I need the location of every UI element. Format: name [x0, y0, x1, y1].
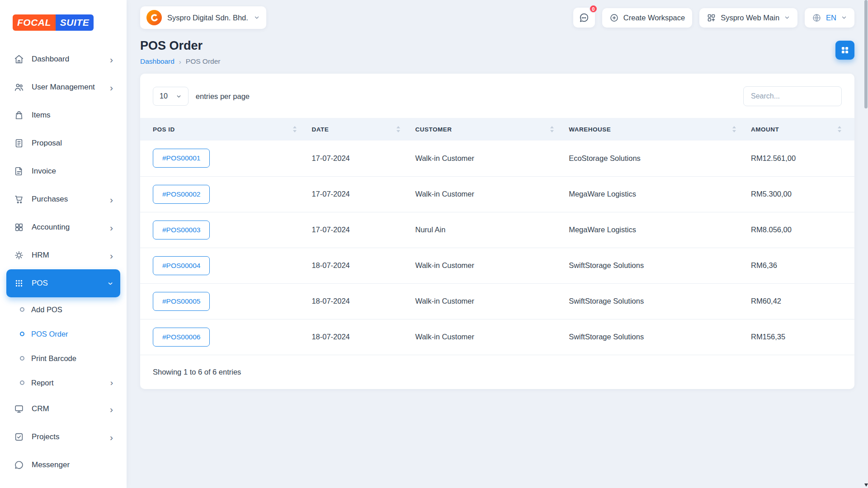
pos-order-table: POS ID DATE CUSTOMER WAREHOUSE AMOUNT #P…: [140, 118, 854, 355]
invoice-icon: [14, 166, 24, 177]
sidebar-subitem-pos-order[interactable]: POS Order: [6, 322, 120, 346]
cell-warehouse: SwiftStorage Solutions: [561, 283, 744, 319]
chevron-right-icon: ›: [110, 83, 113, 92]
sidebar-item-label: Dashboard: [32, 55, 69, 64]
top-bar: Syspro Digital Sdn. Bhd. 0 Create Work: [127, 0, 868, 35]
workspace-name: Syspro Web Main: [721, 14, 779, 22]
sidebar-item-help-desk[interactable]: Help Desk: [6, 479, 120, 488]
top-right-actions: 0 Create Workspace Syspro Web Main: [573, 8, 854, 28]
sidebar-item-label: Items: [32, 111, 51, 120]
chat-icon: [579, 13, 589, 23]
entries-per-page: 10 entries per page: [153, 87, 250, 106]
pos-order-card: 10 entries per page POS ID DATE: [140, 74, 854, 389]
cell-date: 17-07-2024: [304, 212, 408, 248]
sidebar-subitem-print-barcode[interactable]: Print Barcode: [6, 346, 120, 371]
pos-id-button[interactable]: #POS00005: [153, 292, 210, 311]
table-row: #POS00004 18-07-2024 Walk-in Customer Sw…: [140, 248, 854, 283]
create-workspace-label: Create Workspace: [623, 14, 685, 22]
chevron-down-icon: [176, 94, 182, 99]
column-label: POS ID: [153, 126, 175, 133]
sidebar-item-hrm[interactable]: HRM ›: [6, 241, 120, 269]
chevron-right-icon: ›: [110, 195, 113, 204]
sidebar-item-dashboard[interactable]: Dashboard ›: [6, 45, 120, 73]
sort-icon[interactable]: [292, 126, 297, 133]
layout-grid-button[interactable]: [835, 41, 854, 60]
chat-icon: [14, 460, 24, 470]
scrollbar-down-arrow-icon[interactable]: [864, 483, 868, 487]
cell-amount: RM60,42: [744, 283, 854, 319]
sort-icon[interactable]: [550, 126, 554, 133]
chevron-right-icon: ›: [110, 432, 113, 442]
sidebar-item-user-management[interactable]: User Management ›: [6, 73, 120, 101]
page-title-block: POS Order Dashboard › POS Order: [140, 39, 221, 66]
page-header: POS Order Dashboard › POS Order: [127, 35, 868, 66]
sidebar-item-projects[interactable]: Projects ›: [6, 423, 120, 451]
scrollbar[interactable]: [864, 0, 868, 488]
sidebar-item-proposal[interactable]: Proposal: [6, 129, 120, 157]
sidebar-item-purchases[interactable]: Purchases ›: [6, 185, 120, 213]
sidebar-item-messenger[interactable]: Messenger: [6, 451, 120, 479]
search-input[interactable]: [743, 86, 842, 106]
column-header-pos-id[interactable]: POS ID: [140, 118, 304, 141]
workspace-selector[interactable]: Syspro Web Main: [699, 8, 797, 28]
company-selector[interactable]: Syspro Digital Sdn. Bhd.: [140, 6, 266, 29]
pos-id-button[interactable]: #POS00002: [153, 185, 210, 204]
breadcrumb: Dashboard › POS Order: [140, 57, 221, 66]
messages-button[interactable]: 0: [573, 8, 595, 28]
sidebar-item-label: Purchases: [32, 195, 68, 204]
bullet-icon: [20, 307, 24, 312]
brand-logo-suite: SUITE: [56, 14, 94, 31]
sidebar-item-invoice[interactable]: Invoice: [6, 157, 120, 185]
column-label: AMOUNT: [751, 126, 779, 133]
cell-warehouse: SwiftStorage Solutions: [561, 319, 744, 355]
table-row: #POS00003 17-07-2024 Nurul Ain MegaWare …: [140, 212, 854, 248]
hub-icon: [14, 250, 24, 261]
brand-logo[interactable]: FOCAL SUITE: [0, 0, 127, 45]
chevron-right-icon: ›: [110, 404, 113, 414]
sort-icon[interactable]: [732, 126, 736, 133]
scrollbar-thumb[interactable]: [864, 0, 868, 108]
sidebar-item-items[interactable]: Items: [6, 101, 120, 129]
users-icon: [14, 82, 24, 93]
cell-amount: RM156,35: [744, 319, 854, 355]
sidebar-item-accounting[interactable]: Accounting ›: [6, 213, 120, 241]
items-icon: [14, 110, 24, 121]
column-header-amount[interactable]: AMOUNT: [744, 118, 854, 141]
subitem-label: Add POS: [31, 305, 62, 314]
table-controls: 10 entries per page: [140, 86, 854, 106]
pos-id-button[interactable]: #POS00006: [153, 328, 210, 347]
language-selector[interactable]: EN: [805, 8, 854, 28]
plus-circle-icon: [609, 13, 619, 23]
globe-icon: [812, 13, 821, 23]
bullet-icon: [20, 332, 24, 336]
sidebar-item-pos[interactable]: POS ›: [6, 269, 120, 297]
breadcrumb-dashboard-link[interactable]: Dashboard: [140, 57, 175, 66]
column-header-customer[interactable]: CUSTOMER: [408, 118, 561, 141]
cell-customer: Walk-in Customer: [408, 141, 561, 176]
sort-icon[interactable]: [396, 126, 401, 133]
chevron-down-icon: [841, 14, 847, 21]
create-workspace-button[interactable]: Create Workspace: [602, 8, 692, 28]
sort-icon[interactable]: [837, 126, 842, 133]
cell-date: 18-07-2024: [304, 248, 408, 283]
page-title: POS Order: [140, 39, 221, 53]
entries-per-page-select[interactable]: 10: [153, 87, 189, 106]
chevron-right-icon: ›: [110, 55, 113, 64]
column-header-warehouse[interactable]: WAREHOUSE: [561, 118, 744, 141]
sidebar-item-label: HRM: [32, 251, 49, 260]
pos-id-button[interactable]: #POS00003: [153, 221, 210, 239]
cell-date: 18-07-2024: [304, 319, 408, 355]
sidebar-subitem-add-pos[interactable]: Add POS: [6, 297, 120, 322]
sidebar-item-label: Messenger: [32, 460, 70, 469]
proposal-icon: [14, 138, 24, 149]
cell-date: 17-07-2024: [304, 141, 408, 176]
entries-summary: Showing 1 to 6 of 6 entries: [140, 355, 854, 377]
pos-id-button[interactable]: #POS00004: [153, 256, 210, 275]
bullet-icon: [20, 380, 24, 385]
pos-id-button[interactable]: #POS00001: [153, 149, 210, 168]
sidebar-subitem-report[interactable]: Report ›: [6, 371, 120, 395]
sidebar-item-crm[interactable]: CRM ›: [6, 395, 120, 423]
chevron-down-icon: [254, 14, 260, 21]
subitem-label: Report: [31, 379, 54, 387]
column-header-date[interactable]: DATE: [304, 118, 408, 141]
